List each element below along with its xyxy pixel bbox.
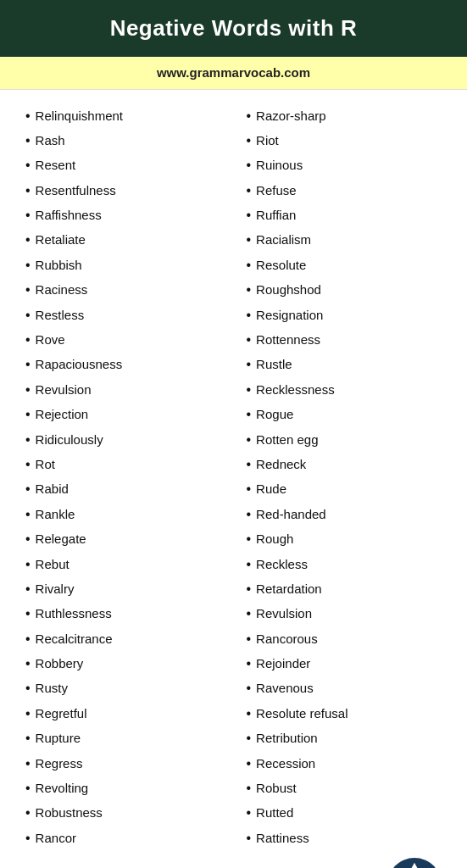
list-item: Ruthlessness — [25, 602, 230, 626]
url-bar: www.grammarvocab.com — [0, 57, 467, 90]
list-item: Robbery — [25, 652, 230, 676]
list-item: Regretful — [25, 701, 230, 726]
grammarvocab-logo: GRAMMARVOCAB — [387, 858, 442, 868]
list-item: Rivalry — [25, 576, 230, 601]
list-item: Recalcitrance — [25, 626, 230, 651]
list-item: Retardation — [247, 576, 451, 601]
header: Negative Words with R — [0, 0, 467, 57]
list-item: Reckless — [247, 552, 451, 576]
logo-area: GRAMMARVOCAB — [247, 858, 451, 868]
list-item: Razor-sharp — [247, 103, 451, 128]
list-item: Rebut — [25, 552, 230, 576]
list-item: Rustle — [247, 353, 451, 377]
list-item: Red-handed — [247, 502, 451, 526]
list-item: Raciness — [25, 278, 230, 303]
list-item: Rupture — [25, 726, 230, 751]
right-column: Razor-sharpRiotRuinousRefuseRuffianRacia… — [238, 103, 459, 868]
page-title: Negative Words with R — [17, 15, 450, 42]
list-item: Robustness — [25, 801, 230, 826]
list-item: Rotten egg — [247, 427, 451, 452]
list-item: Rattiness — [247, 826, 451, 850]
list-item: Relinquishment — [25, 103, 230, 128]
list-item: Resolute refusal — [247, 701, 451, 726]
list-item: Ravenous — [247, 676, 451, 701]
list-item: Retribution — [247, 726, 451, 751]
list-item: Rapaciousness — [25, 353, 230, 377]
list-item: Refuse — [247, 178, 451, 203]
list-item: Raffishness — [25, 203, 230, 228]
list-item: Rejection — [25, 403, 230, 427]
list-item: Rancorous — [247, 626, 451, 651]
list-item: Rude — [247, 477, 451, 502]
list-item: Rash — [25, 128, 230, 153]
list-item: Rabid — [25, 477, 230, 502]
list-item: Rutted — [247, 801, 451, 826]
list-item: Rejoinder — [247, 652, 451, 676]
list-item: Resentfulness — [25, 178, 230, 203]
list-item: Revulsion — [25, 377, 230, 402]
list-item: Recession — [247, 751, 451, 776]
list-item: Resent — [25, 153, 230, 178]
list-item: Resignation — [247, 303, 451, 327]
list-item: Retaliate — [25, 228, 230, 253]
list-item: Robust — [247, 776, 451, 801]
list-item: Ruffian — [247, 203, 451, 228]
list-item: Rough — [247, 527, 451, 552]
left-word-list: RelinquishmentRashResentResentfulnessRaf… — [25, 103, 230, 851]
list-item: Roughshod — [247, 278, 451, 303]
left-column: RelinquishmentRashResentResentfulnessRaf… — [17, 103, 238, 868]
list-item: Rottenness — [247, 328, 451, 353]
list-item: Rankle — [25, 502, 230, 526]
list-item: Relegate — [25, 527, 230, 552]
list-item: Recklessness — [247, 377, 451, 402]
right-word-list: Razor-sharpRiotRuinousRefuseRuffianRacia… — [247, 103, 451, 851]
list-item: Rogue — [247, 403, 451, 427]
list-item: Restless — [25, 303, 230, 327]
list-item: Revulsion — [247, 602, 451, 626]
list-item: Resolute — [247, 253, 451, 277]
list-item: Riot — [247, 128, 451, 153]
list-item: Racialism — [247, 228, 451, 253]
list-item: Ruinous — [247, 153, 451, 178]
list-item: Rot — [25, 452, 230, 476]
list-item: Revolting — [25, 776, 230, 801]
list-item: Redneck — [247, 452, 451, 476]
list-item: Ridiculously — [25, 427, 230, 452]
list-item: Rancor — [25, 826, 230, 850]
content-area: RelinquishmentRashResentResentfulnessRaf… — [0, 90, 467, 868]
list-item: Regress — [25, 751, 230, 776]
list-item: Rusty — [25, 676, 230, 701]
url-text: www.grammarvocab.com — [157, 65, 310, 80]
list-item: Rove — [25, 328, 230, 353]
list-item: Rubbish — [25, 253, 230, 277]
